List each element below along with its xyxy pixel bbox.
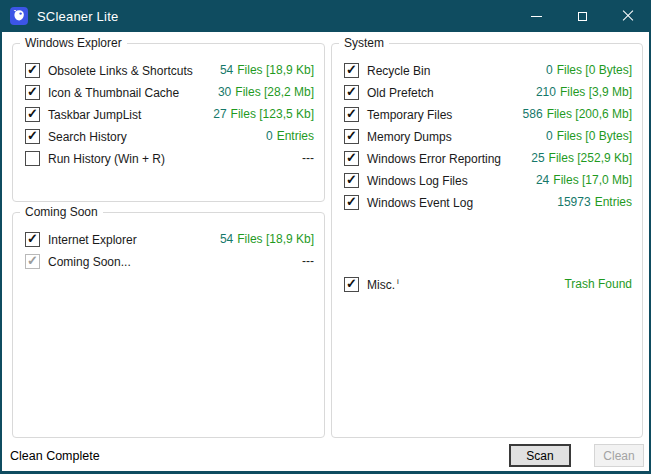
title-bar: SCleaner Lite <box>0 0 651 32</box>
item-unit: Files [200,6 Mb] <box>547 107 632 121</box>
close-button[interactable] <box>605 0 651 32</box>
cleaner-item-row[interactable]: Internet Explorer 54Files [18,9 Kb] <box>25 228 314 250</box>
checkbox[interactable] <box>25 232 40 247</box>
item-unit: Trash Found <box>564 277 632 291</box>
item-count: 54 <box>220 63 233 77</box>
item-value: 586Files [200,6 Mb] <box>523 107 632 121</box>
checkbox[interactable] <box>344 129 359 144</box>
item-value: 0Files [0 Bytes] <box>546 63 632 77</box>
item-unit: Files [18,9 Kb] <box>237 232 314 246</box>
app-window: SCleaner Lite Windows Explorer Obsolete … <box>0 0 651 474</box>
checkbox[interactable] <box>25 254 40 269</box>
cleaner-item-row[interactable]: Old Prefetch 210Files [3,9 Mb] <box>344 81 632 103</box>
cleaner-item-row[interactable]: Icon & Thumbnail Cache 30Files [28,2 Mb] <box>25 81 314 103</box>
checkbox[interactable] <box>25 151 40 166</box>
scan-button[interactable]: Scan <box>509 444 571 467</box>
item-unit: Files [3,9 Mb] <box>560 85 632 99</box>
item-unit: Files [28,2 Mb] <box>235 85 314 99</box>
item-unit: Files [17,0 Mb] <box>553 173 632 187</box>
cleaner-item-row[interactable]: Windows Log Files 24Files [17,0 Mb] <box>344 169 632 191</box>
item-value: 54Files [18,9 Kb] <box>220 232 314 246</box>
window-title: SCleaner Lite <box>37 9 118 24</box>
cleaner-item-row[interactable]: Obsolete Links & Shortcuts 54Files [18,9… <box>25 59 314 81</box>
item-unit: --- <box>302 254 314 268</box>
checkbox[interactable] <box>344 107 359 122</box>
item-unit: Files [252,9 Kb] <box>549 151 632 165</box>
item-count: 25 <box>531 151 544 165</box>
item-unit: Entries <box>595 195 632 209</box>
checkbox[interactable] <box>344 63 359 78</box>
item-value: 210Files [3,9 Mb] <box>536 85 632 99</box>
minimize-button[interactable] <box>513 0 559 32</box>
item-value: 0Files [0 Bytes] <box>546 129 632 143</box>
checkbox[interactable] <box>344 277 359 292</box>
item-label: Recycle Bin <box>367 64 430 78</box>
item-label: Icon & Thumbnail Cache <box>48 86 179 100</box>
cleaner-item-row[interactable]: Coming Soon... --- <box>25 250 314 272</box>
item-label: Memory Dumps <box>367 130 452 144</box>
cleaner-item-row[interactable]: Taskbar JumpList 27Files [123,5 Kb] <box>25 103 314 125</box>
item-label: Misc. <box>367 278 395 292</box>
maximize-button[interactable] <box>559 0 605 32</box>
cleaner-item-row[interactable]: Run History (Win + R) --- <box>25 147 314 169</box>
group-coming-soon: Coming Soon Internet Explorer 54Files [1… <box>12 212 325 438</box>
checkbox[interactable] <box>344 173 359 188</box>
group-system: System Recycle Bin 0Files [0 Bytes] Old … <box>331 43 643 438</box>
checkbox[interactable] <box>25 107 40 122</box>
checkbox[interactable] <box>25 129 40 144</box>
item-label: Windows Log Files <box>367 174 468 188</box>
close-icon <box>622 10 634 22</box>
checkbox[interactable] <box>344 151 359 166</box>
group-windows-explorer: Windows Explorer Obsolete Links & Shortc… <box>12 43 325 202</box>
item-count: 0 <box>546 63 553 77</box>
clean-button-disabled: Clean <box>594 444 644 467</box>
cleaner-item-row[interactable]: Windows Error Reporting 25Files [252,9 K… <box>344 147 632 169</box>
item-unit: Entries <box>277 129 314 143</box>
item-unit: Files [0 Bytes] <box>557 63 632 77</box>
item-count: 0 <box>266 129 273 143</box>
item-count: 586 <box>523 107 543 121</box>
group-title: Coming Soon <box>20 205 103 219</box>
cleaner-item-row[interactable]: Temporary Files 586Files [200,6 Mb] <box>344 103 632 125</box>
group-title: Windows Explorer <box>20 36 127 50</box>
item-label: Taskbar JumpList <box>48 108 141 122</box>
cleaner-item-row[interactable]: Search History 0Entries <box>25 125 314 147</box>
app-icon <box>10 7 28 25</box>
item-count: 54 <box>220 232 233 246</box>
cleaner-item-row[interactable]: Recycle Bin 0Files [0 Bytes] <box>344 59 632 81</box>
status-text: Clean Complete <box>10 449 100 463</box>
item-value: --- <box>302 151 314 165</box>
item-value: 25Files [252,9 Kb] <box>531 151 632 165</box>
item-unit: Files [18,9 Kb] <box>237 63 314 77</box>
item-value: --- <box>302 254 314 268</box>
minimize-icon <box>531 16 542 17</box>
item-count: 0 <box>546 129 553 143</box>
item-label: Search History <box>48 130 127 144</box>
item-value: 30Files [28,2 Mb] <box>218 85 314 99</box>
item-value: 24Files [17,0 Mb] <box>536 173 632 187</box>
cleaner-item-row[interactable]: Memory Dumps 0Files [0 Bytes] <box>344 125 632 147</box>
item-count: 30 <box>218 85 231 99</box>
item-label: Internet Explorer <box>48 233 137 247</box>
item-value: 27Files [123,5 Kb] <box>213 107 314 121</box>
item-label: Obsolete Links & Shortcuts <box>48 64 193 78</box>
cleaner-item-row[interactable]: Misc.i Trash Found <box>344 273 632 295</box>
group-title: System <box>339 36 389 50</box>
checkbox[interactable] <box>344 85 359 100</box>
checkbox[interactable] <box>25 63 40 78</box>
cleaner-item-row[interactable]: Windows Event Log 15973Entries <box>344 191 632 213</box>
checkbox[interactable] <box>25 85 40 100</box>
item-value: Trash Found <box>564 277 632 291</box>
item-unit: Files [0 Bytes] <box>557 129 632 143</box>
maximize-icon <box>578 12 587 21</box>
item-label: Coming Soon... <box>48 255 131 269</box>
item-info-superscript: i <box>397 277 399 286</box>
caption-buttons <box>513 0 651 32</box>
item-label: Windows Error Reporting <box>367 152 501 166</box>
item-value: 0Entries <box>266 129 314 143</box>
item-count: 210 <box>536 85 556 99</box>
item-label: Run History (Win + R) <box>48 152 165 166</box>
checkbox[interactable] <box>344 195 359 210</box>
item-count: 27 <box>213 107 226 121</box>
item-count: 15973 <box>557 195 590 209</box>
